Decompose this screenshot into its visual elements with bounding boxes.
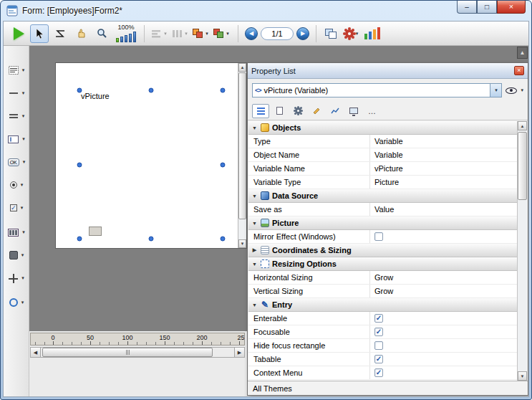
- scroll-left-button[interactable]: ◀: [31, 348, 41, 357]
- radio-button-tool-button[interactable]: ▾: [5, 176, 28, 194]
- text-tool-button[interactable]: ▾: [5, 62, 28, 79]
- tabable-checkbox[interactable]: [374, 355, 383, 363]
- previous-page-button[interactable]: ◀: [245, 27, 258, 40]
- rectangle-tool-button[interactable]: ▾: [5, 247, 28, 264]
- enterable-checkbox[interactable]: [374, 314, 383, 323]
- section-coordinates-sizing[interactable]: ▶ Coordinates & Sizing: [248, 244, 517, 257]
- line-tool-button[interactable]: ▾: [5, 85, 28, 102]
- selection-handle[interactable]: [221, 88, 226, 93]
- mirror-effect-checkbox[interactable]: [374, 232, 383, 241]
- dropdown-icon: ▾: [22, 90, 25, 96]
- dropdown-icon: ▾: [226, 31, 229, 37]
- property-list-titlebar[interactable]: Property List ×: [248, 63, 528, 79]
- selection-handle[interactable]: [149, 88, 154, 93]
- combo-dropdown-icon[interactable]: ▾: [490, 84, 501, 97]
- scroll-down-button[interactable]: ▼: [518, 371, 527, 381]
- form-page[interactable]: vPicture ▲ ▼: [55, 62, 247, 249]
- tab-settings[interactable]: [289, 104, 306, 118]
- hide-focus-rectangle-checkbox[interactable]: [374, 341, 383, 350]
- focusable-checkbox[interactable]: [374, 328, 383, 336]
- property-value[interactable]: Variable: [370, 151, 517, 159]
- button-tool-button[interactable]: OK ▾: [5, 153, 28, 171]
- pointer-tool-button[interactable]: [30, 24, 49, 43]
- splitter-tool-button[interactable]: ▾: [5, 108, 28, 125]
- input-field-icon: [8, 135, 19, 143]
- scroll-thumb[interactable]: [518, 132, 527, 200]
- form-vscrollbar[interactable]: ▲ ▼: [238, 63, 246, 248]
- preferences-button[interactable]: ▾: [342, 24, 361, 43]
- align-tools-button[interactable]: ▾: [150, 24, 168, 43]
- tab-form[interactable]: [271, 104, 288, 118]
- tab-display[interactable]: [345, 104, 362, 118]
- property-label: Variable Name: [248, 162, 370, 175]
- property-value[interactable]: Grow: [370, 287, 517, 295]
- input-field-tool-button[interactable]: ▾: [5, 130, 28, 148]
- ellipsis-icon: …: [368, 107, 377, 115]
- form-hscroll-thumb[interactable]: [89, 227, 102, 236]
- tab-control-tool-button[interactable]: ▾: [5, 294, 28, 311]
- selection-handle[interactable]: [77, 88, 82, 93]
- section-entry[interactable]: ▼ ✎ Entry: [248, 298, 517, 312]
- titlebar[interactable]: Form: [Employees]Form2*: [1, 1, 531, 21]
- scroll-right-button[interactable]: ▶: [234, 348, 244, 357]
- section-objects[interactable]: ▼ Objects: [248, 121, 517, 135]
- canvas-vscroll-up-button[interactable]: ▲: [517, 47, 528, 59]
- section-data-source[interactable]: ▼ Data Source: [248, 189, 517, 203]
- property-value[interactable]: vPicture: [370, 164, 517, 173]
- selection-handle[interactable]: [149, 237, 154, 242]
- selection-handle[interactable]: [77, 237, 82, 242]
- canvas-hscrollbar[interactable]: ◀ ▶: [30, 347, 245, 358]
- entry-order-tool-button[interactable]: [51, 24, 69, 43]
- property-value[interactable]: Picture: [370, 178, 517, 186]
- button-grid-tool-button[interactable]: ▾: [5, 224, 28, 241]
- splitter-icon: [9, 113, 19, 120]
- maximize-button[interactable]: □: [477, 1, 497, 14]
- scroll-up-button[interactable]: ▲: [238, 63, 246, 72]
- property-row: Context Menu: [248, 366, 517, 380]
- next-page-button[interactable]: ▶: [296, 27, 309, 40]
- scroll-down-button[interactable]: ▼: [238, 239, 246, 248]
- property-value[interactable]: Variable: [370, 137, 517, 146]
- view-options-button[interactable]: ▾: [506, 87, 523, 94]
- checkbox-tool-button[interactable]: ✓ ▾: [5, 199, 28, 216]
- theme-filter[interactable]: All Themes: [248, 381, 528, 395]
- zoom-tool-button[interactable]: [92, 24, 111, 43]
- property-list-close-button[interactable]: ×: [514, 66, 524, 75]
- list-window-button[interactable]: [363, 24, 382, 43]
- distribute-tools-button[interactable]: ▾: [170, 24, 189, 43]
- context-menu-checkbox[interactable]: [374, 368, 383, 377]
- hand-tool-button[interactable]: [72, 24, 90, 43]
- selection-handle[interactable]: [221, 237, 226, 242]
- ruler-number: 150: [159, 334, 170, 341]
- section-resizing-options[interactable]: ▼ Resizing Options: [248, 257, 517, 271]
- tab-more[interactable]: …: [364, 104, 381, 118]
- tab-chart[interactable]: [327, 104, 344, 118]
- mover-tool-button[interactable]: ▾: [5, 270, 28, 287]
- scroll-thumb[interactable]: [42, 348, 213, 357]
- zoom-control[interactable]: 100%: [116, 24, 136, 42]
- scroll-track[interactable]: [41, 348, 234, 357]
- group-tools-button[interactable]: ▾: [212, 24, 231, 43]
- section-title: Resizing Options: [272, 259, 337, 268]
- chart-icon: [331, 108, 339, 115]
- tab-all-properties[interactable]: [252, 104, 269, 118]
- section-title: Data Source: [272, 191, 318, 200]
- run-form-button[interactable]: [9, 24, 28, 43]
- selection-handle[interactable]: [221, 162, 226, 167]
- property-value[interactable]: Grow: [370, 273, 517, 282]
- scroll-thumb[interactable]: [238, 72, 246, 219]
- level-tools-button[interactable]: ▾: [191, 24, 210, 43]
- close-button[interactable]: ×: [497, 1, 526, 14]
- windows-list-button[interactable]: [321, 24, 340, 43]
- tab-style[interactable]: [308, 104, 325, 118]
- property-row: Horizontal Sizing Grow: [248, 271, 517, 285]
- property-value[interactable]: Value: [370, 205, 517, 214]
- section-picture[interactable]: ▼ Picture: [248, 216, 517, 230]
- vpicture-object[interactable]: vPicture: [79, 90, 223, 239]
- scroll-up-button[interactable]: ▲: [518, 121, 527, 130]
- minimize-button[interactable]: –: [457, 1, 477, 14]
- app-window: Form: [Employees]Form2* – □ ×: [0, 0, 532, 400]
- property-list-vscrollbar[interactable]: ▲ ▼: [517, 121, 527, 381]
- selection-handle[interactable]: [77, 162, 82, 167]
- object-selector[interactable]: <> vPicture (Variable) ▾: [252, 83, 502, 97]
